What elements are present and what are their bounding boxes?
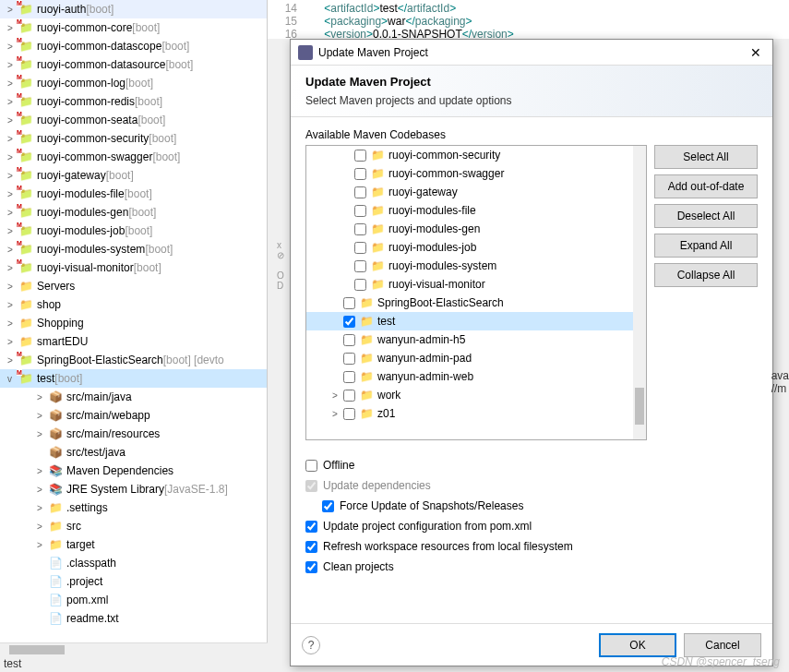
force-update-checkbox[interactable] [322,500,334,512]
project-item[interactable]: >Mruoyi-gateway [boot] [0,166,267,185]
project-item[interactable]: >Mruoyi-modules-system [boot] [0,240,267,258]
expand-arrow-icon[interactable]: > [37,522,48,532]
expand-arrow-icon[interactable]: > [37,411,48,421]
codebase-checkbox[interactable] [354,186,366,198]
codebase-item[interactable]: 📁ruoyi-gateway [306,183,646,201]
codebase-checkbox[interactable] [354,260,366,272]
codebase-checkbox[interactable] [354,168,366,180]
child-item[interactable]: >📁target [0,535,267,554]
child-item[interactable]: 📄readme.txt [0,609,267,628]
expand-arrow-icon[interactable]: > [332,390,343,401]
child-item[interactable]: 📄.classpath [0,554,267,572]
dialog-titlebar[interactable]: Update Maven Project ✕ [291,40,772,66]
codebase-item[interactable]: 📁wanyun-admin-h5 [306,330,646,349]
project-item[interactable]: >Mruoyi-common-security [boot] [0,129,267,148]
child-item[interactable]: >📦src/main/java [0,388,267,406]
codebase-checkbox[interactable] [354,279,366,291]
codebase-checkbox[interactable] [343,316,355,328]
project-item-expanded[interactable]: vMtest [boot] [0,369,267,388]
codebase-checkbox[interactable] [343,334,355,346]
project-explorer[interactable]: >Mruoyi-auth [boot]>Mruoyi-common-core [… [0,0,268,655]
project-item[interactable]: >Mruoyi-modules-gen [boot] [0,203,267,222]
scrollbar-thumb[interactable] [635,388,644,425]
offline-option[interactable]: Offline [305,455,758,475]
project-item[interactable]: >📁Servers [0,277,267,295]
refresh-checkbox[interactable] [305,541,317,553]
codebase-checkbox[interactable] [354,242,366,254]
codebase-item[interactable]: 📁wanyun-admin-web [306,367,646,386]
project-item[interactable]: >Mruoyi-visual-monitor [boot] [0,258,267,277]
child-item[interactable]: >📚JRE System Library [JavaSE-1.8] [0,480,267,498]
expand-arrow-icon[interactable]: > [7,337,18,347]
deselect-all-button[interactable]: Deselect All [654,204,758,228]
project-item[interactable]: >Mruoyi-common-redis [boot] [0,92,267,111]
project-item[interactable]: >Mruoyi-modules-file [boot] [0,185,267,203]
add-out-of-date-button[interactable]: Add out-of-date [654,174,758,198]
vertical-scrollbar[interactable] [633,146,646,439]
expand-arrow-icon[interactable]: > [7,300,18,310]
expand-arrow-icon[interactable]: > [37,503,48,513]
update-config-option[interactable]: Update project configuration from pom.xm… [305,516,758,536]
codebase-item[interactable]: 📁test [306,312,646,330]
codebase-item[interactable]: 📁SpringBoot-ElasticSearch [306,294,646,312]
cancel-button[interactable]: Cancel [684,633,761,657]
codebase-item[interactable]: 📁ruoyi-common-swagger [306,164,646,183]
codebase-item[interactable]: 📁ruoyi-modules-file [306,201,646,220]
codebase-checkbox[interactable] [354,223,366,235]
ok-button[interactable]: OK [599,633,676,657]
expand-arrow-icon[interactable]: > [37,429,48,439]
project-item[interactable]: >Mruoyi-auth [boot] [0,0,267,18]
refresh-option[interactable]: Refresh workspace resources from local f… [305,536,758,557]
child-item[interactable]: >📚Maven Dependencies [0,462,267,480]
codebase-checkbox[interactable] [343,297,355,309]
codebase-item[interactable]: >📁work [306,386,646,404]
codebase-item[interactable]: 📁ruoyi-modules-job [306,238,646,257]
codebase-checkbox[interactable] [343,408,355,420]
project-item[interactable]: >MSpringBoot-ElasticSearch [boot] [devto [0,351,267,369]
expand-arrow-icon[interactable]: > [7,282,18,292]
codebase-item[interactable]: >📁z01 [306,404,646,423]
codebase-checkbox[interactable] [343,353,355,365]
child-item[interactable]: >📁.settings [0,498,267,517]
expand-arrow-icon[interactable]: > [7,318,18,329]
clean-checkbox[interactable] [305,561,317,573]
help-icon[interactable]: ? [302,636,320,654]
close-icon[interactable]: ✕ [747,45,765,60]
project-item[interactable]: >Mruoyi-common-swagger [boot] [0,148,267,166]
code-editor[interactable]: 14 <artifactId>test</artifactId>15 <pack… [268,0,789,39]
project-item[interactable]: >Mruoyi-common-seata [boot] [0,111,267,129]
project-item[interactable]: >Mruoyi-common-datasource [boot] [0,55,267,74]
expand-arrow-icon[interactable]: > [332,409,343,419]
project-item[interactable]: >Mruoyi-common-log [boot] [0,74,267,92]
project-item[interactable]: >📁Shopping [0,314,267,332]
codebase-list[interactable]: 📁ruoyi-common-security📁ruoyi-common-swag… [305,145,647,440]
codebase-item[interactable]: 📁wanyun-admin-pad [306,349,646,367]
codebase-item[interactable]: 📁ruoyi-modules-gen [306,220,646,238]
offline-checkbox[interactable] [305,460,317,472]
codebase-checkbox[interactable] [343,371,355,383]
child-item[interactable]: >📦src/main/resources [0,425,267,443]
codebase-item[interactable]: 📁ruoyi-visual-monitor [306,275,646,294]
child-item[interactable]: 📦src/test/java [0,443,267,462]
project-item[interactable]: >Mruoyi-common-core [boot] [0,18,267,37]
expand-arrow-icon[interactable]: > [37,540,48,550]
horizontal-scrollbar[interactable] [0,642,268,655]
child-item[interactable]: 📄.project [0,572,267,591]
child-item[interactable]: >📁src [0,517,267,535]
project-item[interactable]: >Mruoyi-modules-job [boot] [0,222,267,240]
select-all-button[interactable]: Select All [654,145,758,169]
project-item[interactable]: >Mruoyi-common-datascope [boot] [0,37,267,55]
expand-arrow-icon[interactable]: > [37,466,48,476]
force-update-option[interactable]: Force Update of Snapshots/Releases [305,496,758,516]
collapse-all-button[interactable]: Collapse All [654,263,758,287]
child-item[interactable]: >📦src/main/webapp [0,406,267,425]
scrollbar-thumb[interactable] [9,645,65,654]
update-config-checkbox[interactable] [305,521,317,533]
expand-arrow-icon[interactable]: > [37,485,48,495]
child-item[interactable]: 📄pom.xml [0,591,267,609]
codebase-checkbox[interactable] [354,205,366,217]
codebase-checkbox[interactable] [354,150,366,162]
expand-all-button[interactable]: Expand All [654,234,758,258]
expand-arrow-icon[interactable]: > [37,392,48,402]
codebase-item[interactable]: 📁ruoyi-modules-system [306,257,646,275]
